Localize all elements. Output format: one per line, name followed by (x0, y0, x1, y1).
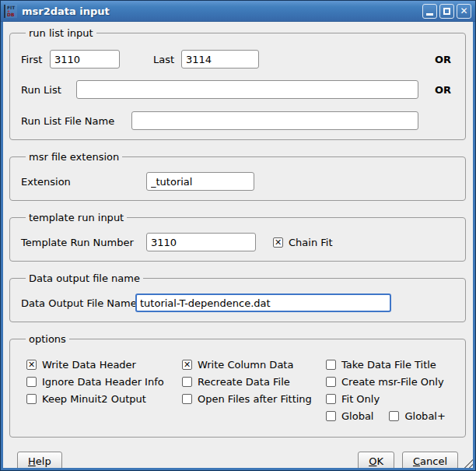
group-options-legend: options (26, 333, 69, 345)
checkbox-ignore-data-header-info[interactable]: Ignore Data Header Info (26, 376, 164, 388)
checkbox-box[interactable] (389, 411, 399, 421)
options-row: Take Data File Title (326, 359, 454, 370)
group-options: options ✕Write Data HeaderIgnore Data He… (9, 333, 466, 438)
checkbox-box[interactable] (26, 394, 37, 404)
checkbox-box[interactable]: ✕ (182, 360, 192, 370)
checkbox-label: Global+ (404, 410, 445, 422)
close-button[interactable]: ✕ (457, 4, 471, 19)
template-run-number-input[interactable] (146, 233, 256, 251)
group-output-legend: Data output file name (26, 272, 143, 284)
options-row: Fit Only (326, 393, 454, 404)
group-data-output-file-name: Data output file name Data Output File N… (9, 272, 466, 322)
options-column-1: ✕Write Data HeaderIgnore Data Header Inf… (26, 359, 182, 427)
window-controls: ✕ (422, 4, 471, 19)
options-column-3: Take Data File TitleCreate msr-File Only… (326, 359, 454, 427)
last-label: Last (153, 54, 181, 65)
maximize-button[interactable] (439, 4, 454, 19)
data-output-file-name-input[interactable] (135, 293, 391, 312)
app-icon: FIT + DB (4, 5, 17, 18)
checkbox-recreate-data-file[interactable]: Recreate Data File (182, 376, 290, 388)
checkbox-label: Write Data Header (42, 359, 136, 371)
options-row: Open Files after Fitting (182, 393, 326, 404)
checkbox-label: Take Data File Title (341, 359, 436, 371)
checkbox-label: Global (341, 410, 373, 422)
chain-fit-checkbox-box[interactable]: ✕ (273, 237, 283, 248)
checkbox-box[interactable] (326, 360, 336, 370)
first-input[interactable] (50, 50, 120, 69)
maximize-icon (443, 8, 450, 15)
checkbox-box[interactable] (326, 377, 336, 387)
checkbox-box[interactable] (182, 377, 192, 387)
checkbox-label: Keep Minuit2 Output (42, 393, 146, 405)
group-msr-file-extension: msr file extension Extension (9, 151, 466, 201)
last-input[interactable] (181, 50, 259, 69)
checkbox-chain-fit[interactable]: ✕ Chain Fit (273, 237, 333, 248)
options-row: Recreate Data File (182, 376, 326, 387)
checkbox-fit-only[interactable]: Fit Only (326, 393, 380, 405)
template-run-number-label: Template Run Number (21, 237, 146, 248)
options-row: ✕Write Column Data (182, 359, 326, 370)
options-columns: ✕Write Data HeaderIgnore Data Header Inf… (21, 359, 454, 427)
app-icon-text-db: DB (7, 12, 17, 17)
ok-button[interactable]: OK (358, 452, 394, 470)
checkbox-write-data-header[interactable]: ✕Write Data Header (26, 359, 136, 371)
first-label: First (21, 54, 50, 65)
checkbox-label: Ignore Data Header Info (42, 376, 164, 388)
group-extension-legend: msr file extension (26, 151, 122, 163)
checkbox-global[interactable]: Global (326, 410, 373, 422)
options-row: ✕Write Data Header (26, 359, 182, 370)
data-output-file-name-label: Data Output File Name (21, 297, 135, 309)
checkbox-box[interactable] (26, 377, 37, 387)
run-list-file-name-label: Run List File Name (21, 115, 131, 127)
extension-label: Extension (21, 176, 146, 188)
checkbox-open-files-after-fitting[interactable]: Open Files after Fitting (182, 393, 312, 405)
checkbox-write-column-data[interactable]: ✕Write Column Data (182, 359, 293, 371)
run-list-input[interactable] (76, 80, 418, 99)
group-run-list-legend: run list input (26, 27, 96, 39)
close-icon: ✕ (460, 6, 467, 16)
title-bar[interactable]: FIT + DB msr2data input ✕ (1, 1, 475, 22)
checkbox-global-[interactable]: Global+ (389, 410, 445, 422)
checkbox-create-msr-file-only[interactable]: Create msr-File Only (326, 376, 444, 388)
group-template-run-input: template run input Template Run Number ✕… (9, 212, 466, 262)
checkbox-box[interactable]: ✕ (26, 360, 37, 370)
chain-fit-label: Chain Fit (289, 237, 333, 248)
checkbox-keep-minuit2-output[interactable]: Keep Minuit2 Output (26, 393, 146, 405)
run-list-file-name-input[interactable] (131, 111, 418, 130)
options-row: GlobalGlobal+ (326, 410, 454, 421)
checkbox-box[interactable] (182, 394, 192, 404)
options-row: Create msr-File Only (326, 376, 454, 387)
minimize-icon (426, 13, 433, 16)
options-row: Ignore Data Header Info (26, 376, 182, 387)
checkbox-label: Open Files after Fitting (198, 393, 312, 405)
cancel-button[interactable]: Cancel (402, 452, 458, 470)
checkbox-label: Create msr-File Only (341, 376, 444, 388)
group-run-list-input: run list input First Last OR Run List OR… (9, 27, 466, 140)
options-column-2: ✕Write Column DataRecreate Data FileOpen… (182, 359, 326, 427)
extension-input[interactable] (146, 172, 254, 191)
help-button[interactable]: Help (17, 452, 62, 470)
checkbox-box[interactable] (326, 394, 336, 404)
dialog-window: FIT + DB msr2data input ✕ run list input… (0, 0, 476, 471)
group-template-legend: template run input (26, 212, 127, 223)
checkbox-label: Fit Only (341, 393, 380, 405)
run-list-label: Run List (21, 84, 76, 96)
minimize-button[interactable] (422, 4, 437, 19)
footer-button-row: Help OK Cancel (9, 448, 466, 470)
checkbox-take-data-file-title[interactable]: Take Data File Title (326, 359, 436, 371)
checkbox-label: Recreate Data File (198, 376, 290, 388)
dialog-body: run list input First Last OR Run List OR… (1, 22, 475, 470)
window-title: msr2data input (22, 5, 422, 17)
checkbox-box[interactable] (326, 411, 336, 421)
options-row: Keep Minuit2 Output (26, 393, 182, 404)
checkbox-label: Write Column Data (198, 359, 293, 371)
or-label-2: OR (435, 84, 454, 96)
or-label-1: OR (435, 54, 454, 65)
